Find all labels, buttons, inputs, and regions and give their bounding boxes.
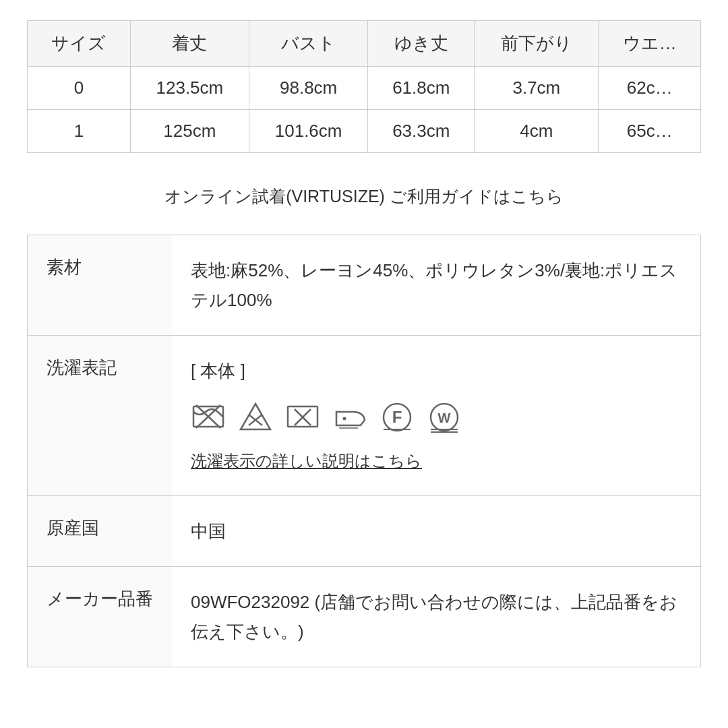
value-manufacturer: 09WFO232092 (店舗でお問い合わせの際には、上記品番をお伝え下さい。) <box>172 566 701 667</box>
details-row-laundry: 洗濯表記 [ 本体 ] <box>28 336 701 495</box>
label-manufacturer: メーカー品番 <box>28 566 173 667</box>
low-heat-iron-icon <box>332 400 367 435</box>
table-row: 1 125cm 101.6cm 63.3cm 4cm 65c… <box>28 110 701 153</box>
cell-bust-1: 101.6cm <box>249 110 368 153</box>
cell-length-1: 125cm <box>130 110 249 153</box>
laundry-icons-row: F W <box>191 400 681 435</box>
details-row-material: 素材 表地:麻52%、レーヨン45%、ポリウレタン3%/裏地:ポリエステル100… <box>28 235 701 336</box>
col-header-bust: バスト <box>249 21 368 67</box>
details-row-manufacturer: メーカー品番 09WFO232092 (店舗でお問い合わせの際には、上記品番をお… <box>28 566 701 667</box>
col-header-size: サイズ <box>28 21 131 67</box>
no-bleach-icon <box>238 400 273 435</box>
no-wash-icon <box>191 400 226 435</box>
no-dry-clean-icon <box>285 400 320 435</box>
table-header-row: サイズ 着丈 バスト ゆき丈 前下がり ウエ… <box>28 21 701 67</box>
wet-clean-w-icon: W <box>427 400 462 435</box>
size-table: サイズ 着丈 バスト ゆき丈 前下がり ウエ… 0 123.5cm 98.8cm… <box>27 20 701 153</box>
col-header-length: 着丈 <box>130 21 249 67</box>
col-header-waist: ウエ… <box>599 21 701 67</box>
cell-waist-0: 62c… <box>599 67 701 110</box>
laundry-details-link[interactable]: 洗濯表示の詳しい説明はこちら <box>191 452 422 470</box>
svg-text:W: W <box>438 411 451 425</box>
cell-yuki-0: 61.8cm <box>368 67 475 110</box>
label-laundry: 洗濯表記 <box>28 336 173 495</box>
size-table-wrapper: サイズ 着丈 バスト ゆき丈 前下がり ウエ… 0 123.5cm 98.8cm… <box>27 20 701 153</box>
cell-maesagari-0: 3.7cm <box>475 67 599 110</box>
virtusize-link[interactable]: オンライン試着(VIRTUSIZE) ご利用ガイドはこちら <box>27 172 701 235</box>
col-header-maesagari: 前下がり <box>475 21 599 67</box>
details-row-origin: 原産国 中国 <box>28 495 701 566</box>
col-header-yuki: ゆき丈 <box>368 21 475 67</box>
svg-marker-3 <box>241 404 270 429</box>
value-material: 表地:麻52%、レーヨン45%、ポリウレタン3%/裏地:ポリエステル100% <box>172 235 701 336</box>
svg-point-9 <box>343 417 346 420</box>
cell-size-0: 0 <box>28 67 131 110</box>
value-origin: 中国 <box>172 495 701 566</box>
dry-clean-f-icon: F <box>380 400 415 435</box>
body-label: [ 本体 ] <box>191 356 681 386</box>
cell-length-0: 123.5cm <box>130 67 249 110</box>
label-origin: 原産国 <box>28 495 173 566</box>
cell-size-1: 1 <box>28 110 131 153</box>
cell-yuki-1: 63.3cm <box>368 110 475 153</box>
cell-maesagari-1: 4cm <box>475 110 599 153</box>
table-row: 0 123.5cm 98.8cm 61.8cm 3.7cm 62c… <box>28 67 701 110</box>
cell-waist-1: 65c… <box>599 110 701 153</box>
svg-text:F: F <box>392 408 402 426</box>
value-laundry: [ 本体 ] <box>172 336 701 495</box>
details-table: 素材 表地:麻52%、レーヨン45%、ポリウレタン3%/裏地:ポリエステル100… <box>27 235 701 667</box>
label-material: 素材 <box>28 235 173 336</box>
cell-bust-0: 98.8cm <box>249 67 368 110</box>
